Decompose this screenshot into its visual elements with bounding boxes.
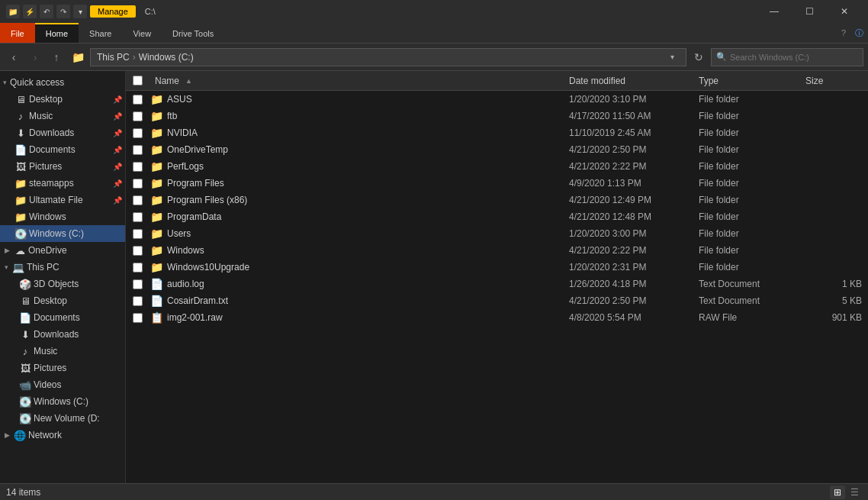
sidebar-item-pictures[interactable]: 🖼 Pictures [0, 360, 125, 376]
row-checkbox-1[interactable] [126, 111, 149, 121]
address-path[interactable]: This PC › Windows (C:) ▾ [90, 48, 686, 66]
file-name-8: Users [167, 228, 563, 239]
row-checkbox-6[interactable] [126, 195, 149, 205]
music-quick-label: Music [29, 111, 111, 121]
manage-tab[interactable]: Manage [90, 5, 136, 18]
tab-drivetools[interactable]: Drive Tools [162, 23, 224, 43]
file-icon-8: 📁 [149, 226, 164, 241]
row-checkbox-12[interactable] [126, 296, 149, 306]
table-row[interactable]: 📁 OneDriveTemp 4/21/2020 2:50 PM File fo… [126, 141, 868, 158]
file-date-11: 1/26/2020 4:18 PM [563, 279, 693, 289]
column-headers: Name ▲ Date modified Type Size [126, 71, 868, 91]
documents-quick-pin: 📌 [113, 146, 122, 154]
sidebar-item-documents-quick[interactable]: 📄 Documents 📌 [0, 141, 125, 158]
table-row[interactable]: 📁 Windows 4/21/2020 2:22 PM File folder [126, 242, 868, 259]
sidebar-item-pictures-quick[interactable]: 🖼 Pictures 📌 [0, 158, 125, 175]
sidebar-item-desktop-quick[interactable]: 🖥 Desktop 📌 [0, 91, 125, 108]
view-details-button[interactable]: ⊞ [830, 485, 845, 499]
tab-view[interactable]: View [122, 23, 162, 43]
sidebar-item-ultimatefile-quick[interactable]: 📁 Ultamate File 📌 [0, 192, 125, 208]
quick-access-arrow: ▾ [3, 79, 7, 86]
sidebar-item-documents[interactable]: 📄 Documents [0, 309, 125, 326]
sidebar-item-windows-quick[interactable]: 📁 Windows [0, 208, 125, 225]
row-checkbox-2[interactable] [126, 128, 149, 138]
table-row[interactable]: 📄 CosairDram.txt 4/21/2020 2:50 PM Text … [126, 292, 868, 309]
table-row[interactable]: 📁 PerfLogs 4/21/2020 2:22 PM File folder [126, 158, 868, 175]
file-date-6: 4/21/2020 12:49 PM [563, 195, 693, 205]
file-date-12: 4/21/2020 2:50 PM [563, 295, 693, 306]
steamapps-quick-icon: 📁 [14, 176, 27, 190]
path-dropdown-arrow[interactable]: ▾ [664, 48, 680, 66]
file-icon-4: 📁 [149, 159, 164, 174]
row-checkbox-9[interactable] [126, 246, 149, 256]
sidebar-item-downloads[interactable]: ⬇ Downloads [0, 326, 125, 343]
row-checkbox-13[interactable] [126, 313, 149, 323]
table-row[interactable]: 📋 img2-001.raw 4/8/2020 5:54 PM RAW File… [126, 309, 868, 326]
minimize-button[interactable]: — [757, 0, 792, 23]
title-bar-controls: — ☐ ✕ [757, 0, 862, 23]
sidebar-item-windowsC-quick[interactable]: 💽 Windows (C:) [0, 225, 125, 242]
table-row[interactable]: 📁 Program Files 4/9/2020 1:13 PM File fo… [126, 175, 868, 192]
forward-button[interactable]: › [26, 48, 44, 66]
table-row[interactable]: 📁 ASUS 1/20/2020 3:10 PM File folder [126, 91, 868, 108]
table-row[interactable]: 📁 NVIDIA 11/10/2019 2:45 AM File folder [126, 124, 868, 141]
sidebar-item-videos[interactable]: 📹 Videos [0, 376, 125, 393]
table-row[interactable]: 📁 Windows10Upgrade 1/20/2020 2:31 PM Fil… [126, 259, 868, 276]
table-row[interactable]: 📁 ProgramData 4/21/2020 12:48 PM File fo… [126, 208, 868, 225]
col-header-name[interactable]: Name ▲ [149, 76, 563, 86]
file-icon-5: 📁 [149, 176, 164, 191]
tab-share[interactable]: Share [79, 23, 122, 43]
header-checkbox[interactable] [126, 76, 149, 85]
maximize-button[interactable]: ☐ [792, 0, 827, 23]
ultimatefile-quick-icon: 📁 [14, 193, 27, 207]
table-row[interactable]: 📁 Program Files (x86) 4/21/2020 12:49 PM… [126, 192, 868, 208]
up-button[interactable]: ↑ [47, 48, 66, 66]
thispc-arrow: ▾ [5, 263, 8, 271]
file-icon-9: 📁 [149, 243, 164, 258]
row-checkbox-11[interactable] [126, 279, 149, 289]
quick-access-header[interactable]: ▾ Quick access [0, 74, 125, 91]
table-row[interactable]: 📁 ftb 4/17/2020 11:50 AM File folder [126, 108, 868, 124]
row-checkbox-10[interactable] [126, 263, 149, 273]
tab-file[interactable]: File [0, 23, 35, 43]
steamapps-quick-pin: 📌 [113, 179, 122, 188]
row-checkbox-0[interactable] [126, 95, 149, 105]
ribbon-help-icon[interactable]: ? [837, 23, 850, 43]
file-name-0: ASUS [167, 94, 563, 105]
sidebar-item-steamapps-quick[interactable]: 📁 steamapps 📌 [0, 175, 125, 192]
windowsC-icon: 💽 [18, 395, 32, 408]
refresh-button[interactable]: ↻ [690, 48, 708, 66]
search-input[interactable] [730, 53, 858, 62]
col-header-date[interactable]: Date modified [563, 76, 693, 86]
row-checkbox-3[interactable] [126, 145, 149, 155]
col-header-size[interactable]: Size [799, 76, 868, 86]
file-type-9: File folder [693, 245, 799, 256]
sidebar-item-downloads-quick[interactable]: ⬇ Downloads 📌 [0, 124, 125, 141]
sidebar-item-music-quick[interactable]: ♪ Music 📌 [0, 108, 125, 124]
back-button[interactable]: ‹ [5, 48, 23, 66]
table-row[interactable]: 📁 Users 1/20/2020 3:00 PM File folder [126, 225, 868, 242]
title-bar: 📁 ⚡ ↶ ↷ ▾ Manage C:\ — ☐ ✕ [0, 0, 868, 23]
sidebar-item-newvolume[interactable]: 💽 New Volume (D: [0, 410, 125, 427]
sidebar-item-network[interactable]: ▶ 🌐 Network [0, 427, 125, 444]
row-checkbox-7[interactable] [126, 212, 149, 222]
select-all-checkbox[interactable] [133, 76, 143, 85]
row-checkbox-5[interactable] [126, 179, 149, 189]
row-checkbox-4[interactable] [126, 162, 149, 172]
close-button[interactable]: ✕ [827, 0, 862, 23]
ribbon-info-icon[interactable]: ⓘ [850, 23, 868, 43]
sidebar-item-thispc[interactable]: ▾ 💻 This PC [0, 259, 125, 276]
sidebar-item-windowsC[interactable]: 💽 Windows (C:) [0, 393, 125, 410]
col-header-type[interactable]: Type [693, 76, 799, 86]
sidebar-item-onedrive[interactable]: ▶ ☁ OneDrive [0, 242, 125, 259]
sidebar-item-music[interactable]: ♪ Music [0, 343, 125, 360]
tab-home[interactable]: Home [35, 23, 79, 43]
view-list-button[interactable]: ☰ [847, 485, 862, 499]
sidebar-item-3dobjects[interactable]: 🎲 3D Objects [0, 276, 125, 292]
ultimatefile-quick-pin: 📌 [113, 196, 122, 205]
row-checkbox-8[interactable] [126, 229, 149, 239]
sidebar-item-desktop[interactable]: 🖥 Desktop [0, 292, 125, 309]
file-type-4: File folder [693, 161, 799, 172]
table-row[interactable]: 📄 audio.log 1/26/2020 4:18 PM Text Docum… [126, 276, 868, 292]
documents-quick-label: Documents [29, 144, 111, 155]
